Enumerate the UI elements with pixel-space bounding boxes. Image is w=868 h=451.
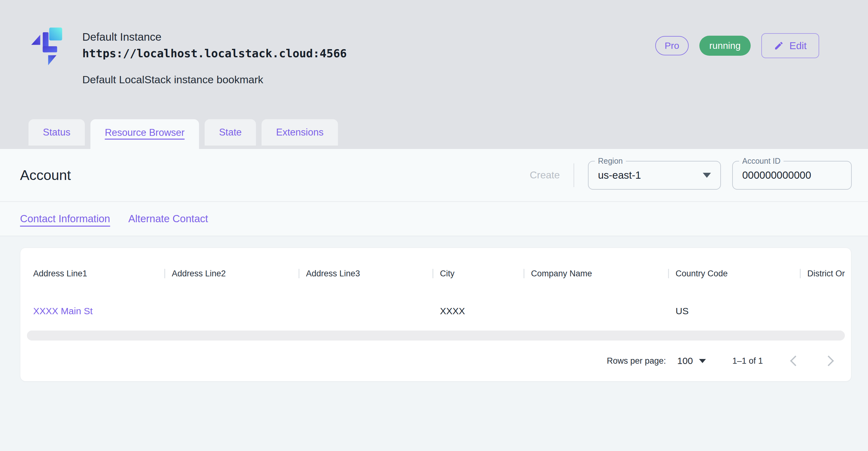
instance-info: Default Instance https://localhost.local… xyxy=(30,25,347,86)
create-button[interactable]: Create xyxy=(530,169,560,181)
account-id-field-label: Account ID xyxy=(739,156,783,166)
region-select-label: Region xyxy=(595,156,626,166)
column-separator xyxy=(668,269,669,278)
rows-per-page-select[interactable]: 100 xyxy=(677,356,706,366)
pro-badge: Pro xyxy=(655,36,689,55)
table-pagination: Rows per page: 100 1–1 of 1 xyxy=(20,340,851,381)
cell-country-code: US xyxy=(668,304,800,318)
page-title: Account xyxy=(20,167,71,183)
pencil-icon xyxy=(774,41,784,51)
tab-state[interactable]: State xyxy=(205,119,256,146)
cell-address-line3 xyxy=(299,304,432,318)
horizontal-scrollbar[interactable] xyxy=(27,331,845,340)
next-page-icon[interactable] xyxy=(823,356,834,366)
chevron-down-icon xyxy=(699,359,706,363)
column-separator xyxy=(800,269,801,278)
tab-status-label: Status xyxy=(43,127,70,138)
column-header-district: District Or xyxy=(800,267,851,280)
instance-header: Default Instance https://localhost.local… xyxy=(0,0,868,86)
tab-status[interactable]: Status xyxy=(29,119,85,146)
cell-address-line1-link[interactable]: XXXX Main St xyxy=(20,304,164,318)
localstack-instance-page: Default Instance https://localhost.local… xyxy=(0,0,868,451)
account-id-field-wrap: Account ID xyxy=(732,161,852,190)
account-toolbar: Account Create Region us-east-1 Account … xyxy=(0,149,868,202)
table-row: XXXX Main St XXXX US xyxy=(20,304,851,318)
pagination-range: 1–1 of 1 xyxy=(732,356,763,366)
tab-extensions-label: Extensions xyxy=(276,127,323,138)
column-header-address-line2: Address Line2 xyxy=(164,267,299,280)
table-header-row: Address Line1 Address Line2 Address Line… xyxy=(20,267,851,280)
account-subtabs: Contact Information Alternate Contact xyxy=(0,202,868,236)
rows-per-page-value: 100 xyxy=(677,356,693,366)
toolbar-divider xyxy=(574,163,574,187)
instance-title: Default Instance xyxy=(82,31,347,43)
chevron-down-icon xyxy=(703,173,711,178)
tab-resource-browser-label: Resource Browser xyxy=(105,127,185,138)
edit-button-label: Edit xyxy=(789,40,807,52)
instance-badges: Pro running Edit xyxy=(655,33,819,58)
column-header-address-line3: Address Line3 xyxy=(299,267,432,280)
rows-per-page-label: Rows per page: xyxy=(607,356,666,366)
edit-button[interactable]: Edit xyxy=(761,33,819,58)
contact-information-card: Address Line1 Address Line2 Address Line… xyxy=(20,247,851,382)
column-header-company-name: Company Name xyxy=(524,267,668,280)
instance-url: https://localhost.localstack.cloud:4566 xyxy=(82,47,347,60)
tab-state-label: State xyxy=(219,127,242,138)
instance-text-block: Default Instance https://localhost.local… xyxy=(82,31,347,86)
column-separator xyxy=(432,269,433,278)
table-section: Address Line1 Address Line2 Address Line… xyxy=(0,236,868,451)
column-header-country-code: Country Code xyxy=(668,267,800,280)
resource-browser-panel: Account Create Region us-east-1 Account … xyxy=(0,149,868,451)
subtab-alternate-contact[interactable]: Alternate Contact xyxy=(128,213,208,225)
status-badge: running xyxy=(699,36,751,56)
instance-subtitle: Default LocalStack instance bookmark xyxy=(82,73,347,86)
column-separator xyxy=(164,269,165,278)
cell-city: XXXX xyxy=(432,304,524,318)
tab-extensions[interactable]: Extensions xyxy=(261,119,338,146)
account-id-input[interactable] xyxy=(742,169,842,181)
cell-address-line2 xyxy=(164,304,299,318)
column-header-city: City xyxy=(432,267,524,280)
previous-page-icon[interactable] xyxy=(790,356,801,366)
column-separator xyxy=(524,269,524,278)
cell-district xyxy=(800,304,851,318)
region-select[interactable]: Region us-east-1 xyxy=(588,161,721,190)
column-header-address-line1: Address Line1 xyxy=(20,267,164,280)
cell-company-name xyxy=(524,304,668,318)
column-separator xyxy=(299,269,300,278)
main-tabs: Status Resource Browser State Extensions xyxy=(29,119,338,149)
region-select-value: us-east-1 xyxy=(598,169,641,181)
localstack-logo-icon xyxy=(30,25,67,66)
tab-resource-browser[interactable]: Resource Browser xyxy=(90,119,199,149)
subtab-contact-information[interactable]: Contact Information xyxy=(20,213,110,225)
